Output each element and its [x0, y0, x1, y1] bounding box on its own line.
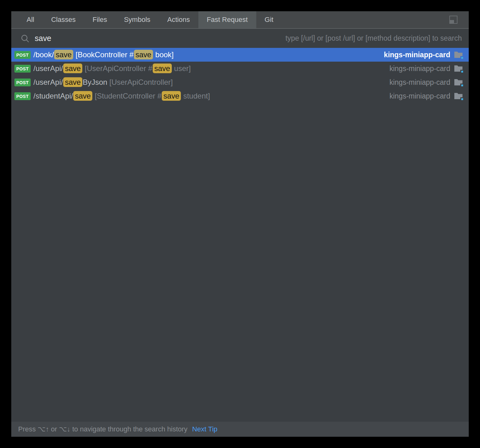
status-text: Press ⌥↑ or ⌥↓ to navigate through the s… — [18, 425, 187, 433]
route-text: /studentApi/save [StudentController #sav… — [33, 92, 210, 100]
tab-label: All — [27, 16, 34, 24]
open-in-find-window-icon[interactable] — [449, 16, 457, 24]
http-method-badge: POST — [14, 92, 31, 100]
match-highlight: save — [162, 91, 181, 101]
tab-label: Actions — [167, 16, 190, 24]
module-folder-accent — [460, 70, 464, 74]
route-text: /userApi/save [UserApiController #save u… — [33, 64, 191, 73]
tab-label: Symbols — [124, 16, 150, 24]
http-method-badge: POST — [14, 79, 31, 86]
result-row[interactable]: POST /studentApi/save [StudentController… — [11, 89, 469, 103]
tab-fast-request[interactable]: Fast Request — [198, 11, 256, 28]
route-text: /userApi/saveByJson [UserApiController] — [33, 78, 173, 87]
tab-git[interactable]: Git — [256, 11, 282, 28]
tab-label: Files — [93, 16, 107, 24]
module-name: kings-miniapp-card — [384, 51, 450, 59]
module-folder-accent — [460, 97, 464, 101]
result-row[interactable]: POST /userApi/save [UserApiController #s… — [11, 62, 469, 75]
tab-label: Fast Request — [207, 16, 248, 24]
match-highlight: save — [54, 50, 73, 59]
module-folder-accent — [460, 56, 464, 60]
tab-all[interactable]: All — [18, 11, 43, 28]
status-bar: Press ⌥↑ or ⌥↓ to navigate through the s… — [11, 422, 469, 437]
match-highlight: save — [153, 64, 172, 73]
module-folder-icon — [454, 65, 463, 72]
search-bar: type [/url] or [post /url] or [method de… — [11, 29, 469, 48]
tab-label: Git — [265, 16, 273, 24]
search-hint: type [/url] or [post /url] or [method de… — [285, 34, 462, 43]
tab-list: All Classes Files Symbols Actions Fast R… — [18, 11, 282, 28]
search-icon — [21, 34, 29, 43]
http-method-badge: POST — [14, 51, 31, 59]
search-everywhere-dialog: All Classes Files Symbols Actions Fast R… — [11, 11, 469, 437]
results-list: POST /book/save [BookController #save bo… — [11, 48, 469, 422]
module-name: kings-miniapp-card — [390, 92, 450, 100]
route-text: /book/save [BookController #save book] — [33, 50, 174, 59]
module-name: kings-miniapp-card — [390, 78, 450, 87]
tab-actions[interactable]: Actions — [159, 11, 198, 28]
tab-classes[interactable]: Classes — [43, 11, 84, 28]
result-row[interactable]: POST /userApi/saveByJson [UserApiControl… — [11, 75, 469, 89]
tab-label: Classes — [51, 16, 75, 24]
module-folder-accent — [460, 84, 464, 87]
module-name: kings-miniapp-card — [390, 64, 450, 73]
next-tip-link[interactable]: Next Tip — [192, 425, 217, 433]
match-highlight: save — [134, 50, 153, 59]
module-folder-icon — [454, 79, 463, 86]
search-input[interactable] — [35, 34, 285, 43]
module-folder-icon — [454, 51, 463, 59]
match-highlight: save — [63, 64, 82, 73]
tabbar-spacer — [282, 11, 449, 28]
http-method-badge: POST — [14, 65, 31, 73]
tab-files[interactable]: Files — [84, 11, 115, 28]
match-highlight: save — [63, 77, 82, 87]
tab-symbols[interactable]: Symbols — [115, 11, 159, 28]
result-row[interactable]: POST /book/save [BookController #save bo… — [11, 48, 469, 62]
tab-bar: All Classes Files Symbols Actions Fast R… — [11, 11, 469, 29]
module-folder-icon — [454, 92, 463, 100]
match-highlight: save — [73, 91, 92, 101]
